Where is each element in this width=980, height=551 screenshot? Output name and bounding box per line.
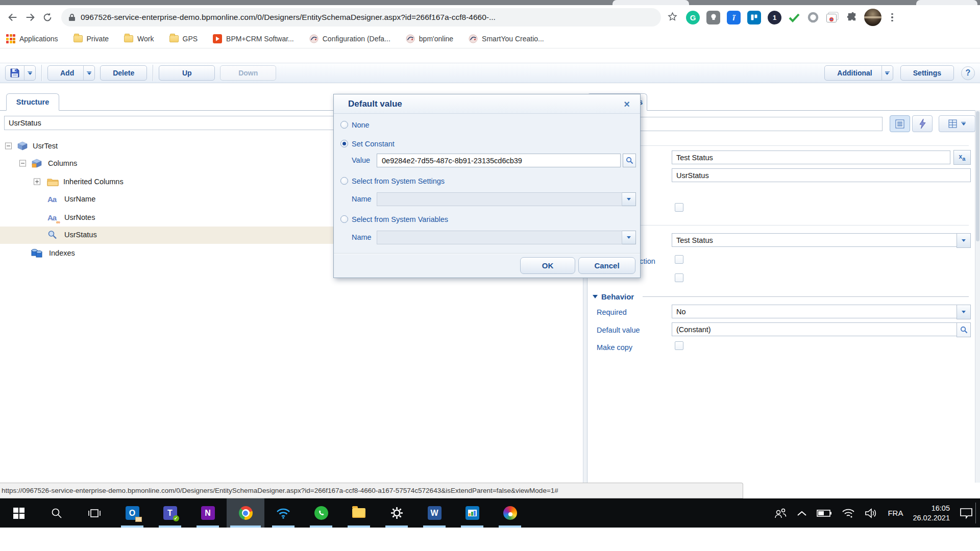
- taskbar-chrome[interactable]: [227, 498, 264, 528]
- taskbar-word[interactable]: W: [415, 498, 453, 528]
- default-value-input[interactable]: (Constant): [672, 322, 957, 336]
- extra-checkbox[interactable]: [675, 273, 683, 282]
- down-button[interactable]: Down: [220, 65, 276, 81]
- save-button[interactable]: [6, 68, 24, 78]
- browser-tab[interactable]: [916, 0, 977, 5]
- taskbar-wifi-app[interactable]: [264, 498, 302, 528]
- radio-none-label[interactable]: None: [352, 121, 370, 129]
- constant-value-input[interactable]: 0e9284e2-7d55-487c-8b91-23135cd6cb39: [377, 154, 621, 167]
- save-dropdown-button[interactable]: [24, 66, 35, 80]
- name-input[interactable]: UsrStatus: [672, 168, 971, 182]
- settings-button[interactable]: Settings: [900, 65, 954, 81]
- behavior-section-header[interactable]: Behavior: [593, 292, 634, 301]
- reload-icon[interactable]: [39, 9, 56, 26]
- taskbar-whatsapp[interactable]: [302, 498, 340, 528]
- radio-none[interactable]: [340, 121, 348, 129]
- bookmark-bpmonline[interactable]: bpm'online: [406, 34, 453, 43]
- start-button[interactable]: [0, 498, 38, 528]
- loom-ring-icon[interactable]: [807, 11, 819, 23]
- required-select[interactable]: No: [672, 305, 957, 318]
- bookmark-star-icon[interactable]: [667, 11, 678, 24]
- bookmark-bpm-crm[interactable]: BPM+CRM Softwar...: [213, 34, 294, 43]
- onetab-icon[interactable]: 1: [768, 11, 781, 24]
- tab-structure[interactable]: Structure: [6, 93, 59, 111]
- cancel-button[interactable]: Cancel: [578, 257, 635, 274]
- action-center-icon[interactable]: [960, 507, 973, 519]
- radio-set-constant[interactable]: [340, 140, 348, 147]
- delete-button[interactable]: Delete: [100, 65, 147, 81]
- taskbar-clock[interactable]: 16:05 26.02.2021: [913, 504, 950, 523]
- people-icon[interactable]: [774, 508, 787, 519]
- bookmark-applications[interactable]: Applications: [6, 34, 58, 43]
- variables-name-dropdown-button[interactable]: [622, 231, 636, 244]
- insight-icon[interactable]: ĩ: [727, 11, 741, 24]
- browser-menu-icon[interactable]: [891, 13, 893, 22]
- additional-dropdown-button[interactable]: [881, 66, 893, 80]
- battery-icon[interactable]: [817, 509, 832, 517]
- back-icon[interactable]: [4, 9, 21, 26]
- bookmark-smartyou[interactable]: SmartYou Creatio...: [469, 34, 544, 43]
- tree-item-columns[interactable]: Columns: [48, 159, 77, 167]
- lookup-input[interactable]: Test Status: [672, 233, 957, 247]
- volume-icon[interactable]: [865, 508, 878, 518]
- caption-input[interactable]: Test Status: [672, 151, 950, 164]
- task-view-button[interactable]: [76, 498, 113, 528]
- taskbar-file-explorer[interactable]: [340, 498, 378, 528]
- chevron-up-icon[interactable]: [797, 510, 807, 516]
- keep-icon[interactable]: [706, 11, 720, 24]
- tree-item-usrstatus[interactable]: UsrStatus: [64, 231, 97, 239]
- extensions-puzzle-icon[interactable]: [846, 12, 857, 23]
- wifi-tray-icon[interactable]: [842, 508, 855, 518]
- additional-button[interactable]: Additional: [824, 65, 893, 81]
- radio-system-settings[interactable]: [340, 177, 348, 185]
- localizable-text-checkbox[interactable]: [675, 203, 683, 212]
- radio-system-variables-label[interactable]: Select from System Variables: [352, 215, 448, 223]
- default-value-lookup-button[interactable]: [957, 322, 971, 337]
- trello-icon[interactable]: [747, 11, 761, 24]
- settings-name-input[interactable]: [377, 192, 622, 206]
- expander-plus-icon[interactable]: [34, 179, 40, 185]
- required-dropdown-button[interactable]: [957, 305, 971, 319]
- grammarly-icon[interactable]: G: [686, 11, 700, 24]
- taskbar-paint[interactable]: [491, 498, 529, 528]
- help-icon[interactable]: [961, 66, 975, 80]
- expander-minus-icon[interactable]: [19, 160, 26, 167]
- connection-checkbox[interactable]: [675, 255, 683, 264]
- close-icon[interactable]: [621, 98, 633, 110]
- tree-item-usrtest[interactable]: UsrTest: [33, 142, 58, 150]
- taskbar-onenote[interactable]: N: [189, 498, 227, 528]
- bookmark-private[interactable]: Private: [74, 35, 109, 43]
- taskbar-teams[interactable]: T✓: [151, 498, 189, 528]
- expander-minus-icon[interactable]: [5, 143, 12, 149]
- scrollbar-thumb[interactable]: [976, 111, 979, 241]
- forward-icon[interactable]: [21, 9, 39, 26]
- language-indicator[interactable]: FRA: [888, 509, 903, 517]
- list-view-button[interactable]: [890, 115, 910, 132]
- lookup-dropdown-button[interactable]: [957, 233, 971, 248]
- variables-name-input[interactable]: [377, 231, 622, 244]
- add-dropdown-button[interactable]: [83, 66, 94, 80]
- bookmark-configuration[interactable]: Configuration (Defa...: [309, 34, 390, 43]
- form-view-button[interactable]: [939, 115, 975, 132]
- tree-item-usrname[interactable]: UsrName: [64, 195, 95, 203]
- tree-item-inherited-columns[interactable]: Inherited Columns: [63, 178, 124, 186]
- chrome-windows-icon[interactable]: [826, 11, 839, 23]
- taskbar-settings[interactable]: [378, 498, 415, 528]
- taskbar-search-button[interactable]: [38, 498, 76, 528]
- validation-button[interactable]: [912, 115, 933, 132]
- radio-system-variables[interactable]: [340, 215, 348, 223]
- taskbar-outlook[interactable]: O: [113, 498, 151, 528]
- address-bar[interactable]: 0967526-service-enterprise-demo.bpmonlin…: [61, 8, 661, 27]
- add-button[interactable]: Add: [47, 65, 95, 81]
- checkmark-extension-icon[interactable]: [788, 12, 800, 22]
- tree-item-indexes[interactable]: Indexes: [49, 249, 75, 257]
- make-copy-checkbox[interactable]: [675, 341, 683, 350]
- value-lookup-button[interactable]: [623, 154, 636, 167]
- show-desktop-divider[interactable]: [975, 503, 976, 523]
- translate-button[interactable]: [953, 150, 971, 165]
- page-scrollbar[interactable]: [975, 110, 980, 483]
- up-button[interactable]: Up: [159, 65, 215, 81]
- tree-item-usrnotes[interactable]: UsrNotes: [64, 213, 95, 221]
- settings-name-dropdown-button[interactable]: [622, 192, 636, 206]
- taskbar-presentation[interactable]: [453, 498, 491, 528]
